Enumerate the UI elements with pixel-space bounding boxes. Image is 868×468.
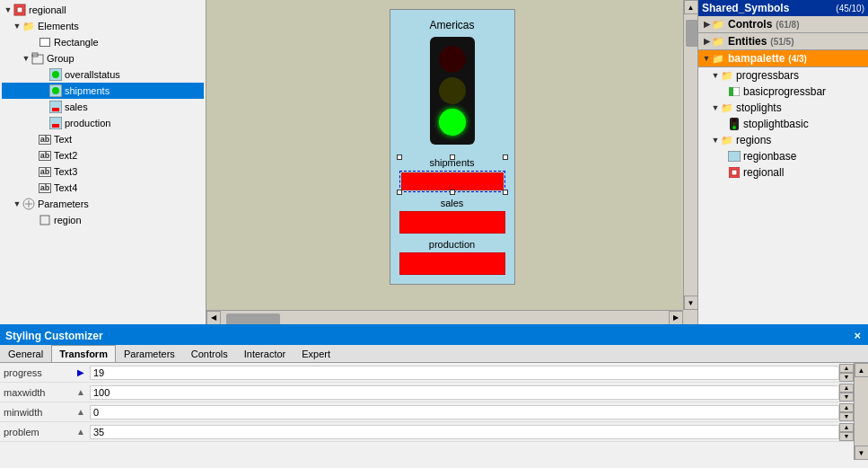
entities-badge: (51/5) xyxy=(770,37,793,47)
svg-rect-22 xyxy=(728,151,741,162)
handle-bm[interactable] xyxy=(450,190,455,195)
controls-expand-arrow[interactable]: ▶ xyxy=(702,20,711,29)
tab-interactor[interactable]: Interactor xyxy=(236,345,294,362)
canvas-scroll-h[interactable]: ◀ ▶ xyxy=(206,310,683,324)
tree-item-text3[interactable]: ▶ ab Text3 xyxy=(2,163,204,180)
tab-controls[interactable]: Controls xyxy=(183,345,236,362)
progressbars-icon: 📁 xyxy=(720,68,734,83)
scroll-down-btn[interactable]: ▼ xyxy=(684,296,698,310)
controls-section-header[interactable]: ▶ 📁 Controls (61/8) xyxy=(698,16,868,33)
expand-regions[interactable]: ▼ xyxy=(711,136,720,145)
overallstatus-icon xyxy=(48,67,63,82)
tree-item-shipments[interactable]: ▶ shipments xyxy=(2,83,204,99)
tree-item-text2[interactable]: ▶ ab Text2 xyxy=(2,147,204,163)
param-spinner-down-maxwidth[interactable]: ▼ xyxy=(839,393,854,402)
scroll-thumb-v[interactable] xyxy=(686,20,698,47)
scroll-thumb-h[interactable] xyxy=(226,313,280,325)
tree-item-region[interactable]: ▶ region xyxy=(2,212,204,228)
tree-item-production[interactable]: ▶ production xyxy=(2,115,204,131)
right-item-progressbars[interactable]: ▼ 📁 progressbars xyxy=(698,67,868,84)
tab-expert[interactable]: Expert xyxy=(294,345,338,362)
bottom-scroll-down[interactable]: ▼ xyxy=(855,446,869,460)
entities-section-header[interactable]: ▶ 📁 Entities (51/5) xyxy=(698,33,868,50)
tree-item-sales[interactable]: ▶ sales xyxy=(2,99,204,115)
text4-icon: ab xyxy=(38,181,52,195)
right-item-stoplights[interactable]: ▼ 📁 stoplights xyxy=(698,100,868,116)
tree-label-rectangle: Rectangle xyxy=(54,37,99,48)
right-item-regionall[interactable]: regionall xyxy=(698,164,868,181)
expand-arrow-regionall[interactable]: ▼ xyxy=(4,5,13,14)
param-input-problem[interactable] xyxy=(90,425,839,439)
expand-arrow-elements[interactable]: ▼ xyxy=(13,22,22,31)
param-spinners-maxwidth: ▲ ▼ xyxy=(839,384,854,402)
tree-label-group: Group xyxy=(47,53,75,64)
tree-item-overallstatus[interactable]: ▶ overallstatus xyxy=(2,66,204,83)
tree-label-text4: Text4 xyxy=(54,182,77,193)
production-bar xyxy=(399,252,505,275)
param-spinner-down-problem[interactable]: ▼ xyxy=(839,432,854,441)
param-spinner-up-maxwidth[interactable]: ▲ xyxy=(839,384,854,393)
param-arrow-progress: ▶ xyxy=(72,367,90,377)
right-item-basicprogressbar[interactable]: basicprogressbar xyxy=(698,84,868,100)
stoplight-red xyxy=(439,46,466,73)
param-spinner-up-problem[interactable]: ▲ xyxy=(839,423,854,432)
bottom-panel: Styling Customizer × General Transform P… xyxy=(0,324,868,468)
param-spinner-down-minwidth[interactable]: ▼ xyxy=(839,412,854,421)
tree-label-text2: Text2 xyxy=(54,150,77,161)
bam-widget[interactable]: Americas shipments xyxy=(390,9,515,285)
param-spinner-down-progress[interactable]: ▼ xyxy=(839,373,854,382)
right-panel-badge: (45/10) xyxy=(836,4,864,13)
handle-tm[interactable] xyxy=(450,155,455,160)
param-value-container-problem: ▲ ▼ xyxy=(90,423,854,441)
right-item-stoplightbasic[interactable]: stoplightbasic xyxy=(698,116,868,132)
param-spinner-up-progress[interactable]: ▲ xyxy=(839,364,854,373)
scroll-up-btn[interactable]: ▲ xyxy=(684,0,698,14)
expand-stoplights[interactable]: ▼ xyxy=(711,103,720,112)
expand-progressbars[interactable]: ▼ xyxy=(711,71,720,80)
close-button[interactable]: × xyxy=(852,329,863,342)
handle-bl[interactable] xyxy=(397,190,402,195)
bampalette-label: bampalette xyxy=(728,52,785,65)
right-item-regionbase[interactable]: regionbase xyxy=(698,148,868,164)
scroll-left-btn[interactable]: ◀ xyxy=(206,311,221,325)
tree-label-region: region xyxy=(54,215,82,225)
tree-item-text4[interactable]: ▶ ab Text4 xyxy=(2,180,204,196)
handle-tr[interactable] xyxy=(503,155,508,160)
stoplight-yellow xyxy=(439,77,466,104)
bampalette-expand-arrow[interactable]: ▼ xyxy=(702,54,711,63)
tree-item-elements[interactable]: ▼ 📁 Elements xyxy=(2,18,204,34)
param-input-maxwidth[interactable] xyxy=(90,385,839,400)
tree-item-parameters[interactable]: ▼ Parameters xyxy=(2,196,204,212)
param-arrow-maxwidth: ▲ xyxy=(72,387,90,397)
regionbase-icon xyxy=(727,149,741,163)
bottom-scroll-up[interactable]: ▲ xyxy=(855,363,869,377)
param-input-progress[interactable] xyxy=(90,366,839,380)
tree-item-rectangle[interactable]: ▶ Rectangle xyxy=(2,34,204,50)
param-arrow-problem: ▲ xyxy=(72,427,90,437)
right-section-bampalette: ▼ 📁 bampalette (4/3) ▼ 📁 progressbars xyxy=(698,50,868,181)
right-item-regions[interactable]: ▼ 📁 regions xyxy=(698,132,868,148)
canvas-area: ▲ ▼ ◀ ▶ Americas xyxy=(206,0,697,324)
bampalette-section-header[interactable]: ▼ 📁 bampalette (4/3) xyxy=(698,50,868,67)
handle-tl[interactable] xyxy=(397,155,402,160)
bampalette-badge: (4/3) xyxy=(788,54,807,64)
param-spinner-up-minwidth[interactable]: ▲ xyxy=(839,403,854,412)
shipments-selection xyxy=(399,171,505,192)
entities-expand-arrow[interactable]: ▶ xyxy=(702,37,711,46)
svg-point-21 xyxy=(732,126,736,129)
tree-item-group[interactable]: ▼ Group xyxy=(2,50,204,66)
expand-arrow-parameters[interactable]: ▼ xyxy=(13,199,22,208)
tab-transform[interactable]: Transform xyxy=(51,345,116,362)
bottom-scroll[interactable]: ▲ ▼ xyxy=(854,363,868,460)
param-input-minwidth[interactable] xyxy=(90,405,839,419)
expand-arrow-group[interactable]: ▼ xyxy=(22,54,31,63)
tree-label-production: production xyxy=(65,118,110,128)
bampalette-folder-icon: 📁 xyxy=(711,51,725,66)
tree-item-regionall[interactable]: ▼ regionall xyxy=(2,2,204,18)
tab-general[interactable]: General xyxy=(0,345,51,362)
canvas-scroll-v[interactable]: ▲ ▼ xyxy=(683,0,697,310)
scroll-right-btn[interactable]: ▶ xyxy=(669,311,683,325)
handle-br[interactable] xyxy=(503,190,508,195)
tree-item-text1[interactable]: ▶ ab Text xyxy=(2,131,204,147)
tab-parameters[interactable]: Parameters xyxy=(116,345,183,362)
